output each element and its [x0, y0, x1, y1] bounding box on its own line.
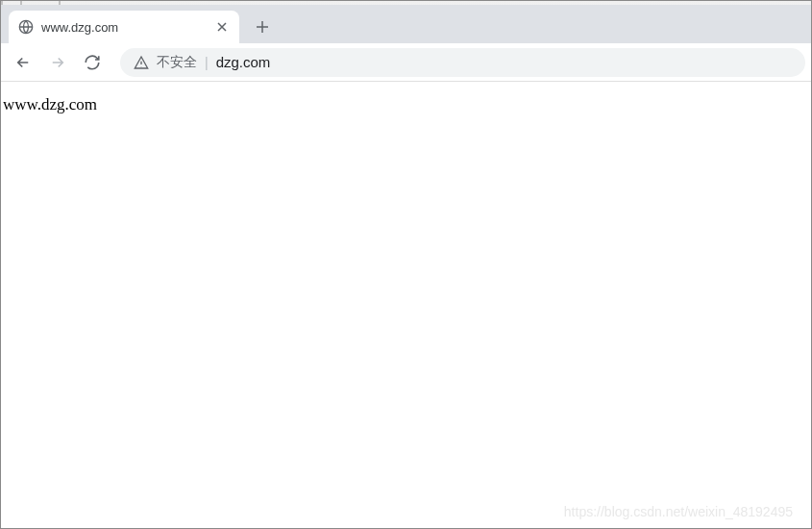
watermark: https://blog.csdn.net/weixin_48192495 — [564, 504, 793, 519]
browser-tab[interactable]: www.dzg.com — [9, 11, 239, 43]
page-body: www.dzg.com — [1, 82, 811, 128]
security-label: 不安全 — [157, 54, 197, 71]
new-tab-button[interactable] — [249, 13, 276, 40]
address-bar[interactable]: 不安全 | dzg.com — [120, 48, 805, 77]
back-button[interactable] — [7, 48, 39, 77]
globe-icon — [18, 19, 34, 35]
page-text: www.dzg.com — [3, 95, 97, 113]
toolbar: 不安全 | dzg.com — [1, 43, 811, 82]
forward-button[interactable] — [41, 48, 74, 77]
window-top-strip — [1, 1, 811, 5]
divider: | — [205, 55, 209, 70]
close-icon[interactable] — [214, 19, 230, 35]
tab-title: www.dzg.com — [41, 20, 207, 35]
url-text: dzg.com — [216, 54, 271, 70]
reload-button[interactable] — [76, 48, 109, 77]
warning-icon — [134, 55, 149, 70]
tab-bar: www.dzg.com — [1, 5, 811, 43]
